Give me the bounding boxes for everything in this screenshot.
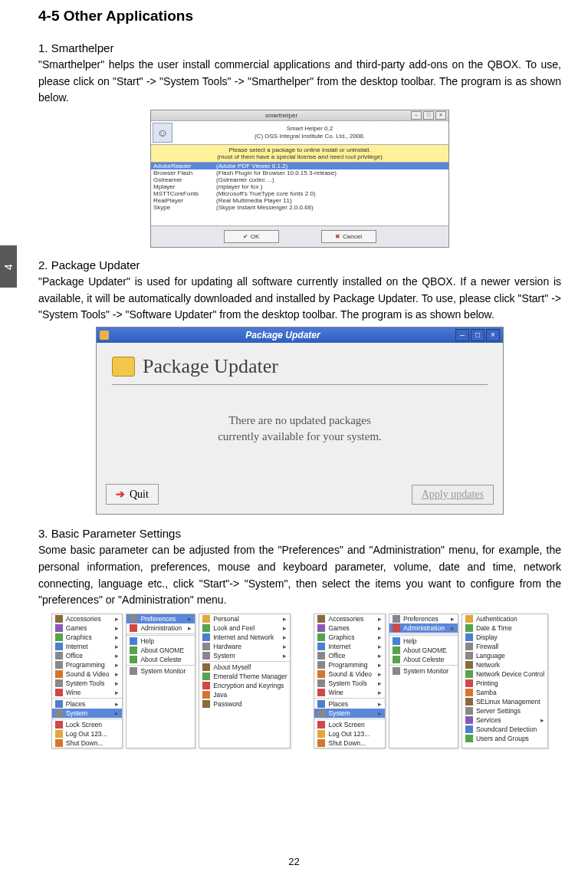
menu-item[interactable]: System Tools▸ [52, 679, 123, 688]
menu-item[interactable]: System Tools▸ [314, 679, 385, 688]
menu-item[interactable]: Samba [462, 688, 547, 697]
package-row[interactable]: Skype(Skype Instant Messenger 2.0.0.68) [151, 204, 448, 211]
package-updater-window-title: Package Updater [112, 330, 454, 340]
smarthelper-hint-bar: Please select a package to online instal… [151, 145, 448, 163]
menu-item[interactable]: Authentication [462, 614, 547, 623]
administration-menu-path: Accessories▸Games▸Graphics▸Internet▸Offi… [314, 613, 548, 748]
menu-item[interactable]: Emerald Theme Manager [199, 672, 290, 681]
package-row[interactable]: AdobeReader(Adobe PDF Viewer 8.1.2) [151, 163, 448, 169]
subsection-3-title: 3. Basic Parameter Settings [38, 527, 561, 540]
package-row[interactable]: MSTTCoreFonts(Microsoft's TrueType core … [151, 190, 448, 197]
subsection-2-paragraph: "Package Updater" is used for updating a… [38, 274, 561, 324]
smarthelper-package-list[interactable]: AdobeReader(Adobe PDF Viewer 8.1.2)Brows… [151, 163, 448, 225]
menu-item[interactable]: Sound & Video▸ [52, 669, 123, 679]
maximize-button[interactable]: □ [471, 329, 485, 341]
menu-item[interactable]: System Monitor [126, 666, 195, 676]
menu-item[interactable]: SELinux Management [462, 697, 547, 706]
menu-item[interactable]: Graphics▸ [314, 633, 385, 642]
menu-item[interactable]: Office▸ [314, 651, 385, 660]
menu-item[interactable]: About Celeste [126, 655, 195, 664]
menu-item-system[interactable]: System▸ [52, 709, 123, 718]
smarthelper-copyright: (C) OSS Integral Institute Co. Ltd., 200… [172, 133, 447, 140]
preferences-submenu[interactable]: Personal▸Look and Feel▸Internet and Netw… [199, 613, 291, 748]
system-submenu[interactable]: Preferences▸Administration▸HelpAbout GNO… [126, 613, 195, 748]
quit-button[interactable]: ➔Quit [106, 484, 159, 505]
menu-item[interactable]: Administration▸ [126, 623, 195, 633]
menu-item[interactable]: Look and Feel▸ [199, 623, 290, 633]
menu-item[interactable]: About GNOME [389, 646, 458, 655]
menu-item[interactable]: Internet and Network▸ [199, 633, 290, 642]
menu-item[interactable]: Lock Screen [314, 720, 385, 729]
menu-item[interactable]: Administration▸ [389, 623, 458, 633]
menu-item[interactable]: Accessories▸ [314, 614, 385, 623]
menu-item[interactable]: Personal▸ [199, 614, 290, 623]
menu-item[interactable]: Lock Screen [52, 720, 123, 729]
cancel-button[interactable]: ✖Cancel [321, 230, 376, 243]
applications-menu[interactable]: Accessories▸Games▸Graphics▸Internet▸Offi… [314, 613, 386, 748]
system-submenu[interactable]: Preferences▸Administration▸HelpAbout GNO… [389, 613, 458, 748]
menu-item[interactable]: System Monitor [389, 666, 458, 676]
menu-item-places[interactable]: Places▸ [314, 699, 385, 709]
menu-item[interactable]: Sound & Video▸ [314, 669, 385, 679]
subsection-3-paragraph: Some basic parameter can be adjusted fro… [38, 542, 561, 609]
menu-item-system[interactable]: System▸ [314, 709, 385, 718]
ok-button[interactable]: ✔OK [224, 230, 279, 243]
applications-menu[interactable]: Accessories▸Games▸Graphics▸Internet▸Offi… [51, 613, 123, 748]
menu-item[interactable]: Help [389, 637, 458, 646]
menu-item-places[interactable]: Places▸ [52, 699, 123, 709]
menu-item[interactable]: Shut Down... [314, 738, 385, 748]
menu-item[interactable]: Password [199, 699, 290, 709]
menu-item[interactable]: Programming▸ [314, 660, 385, 669]
menu-item[interactable]: Server Settings [462, 706, 547, 715]
menu-item[interactable]: Services▸ [462, 715, 547, 725]
menu-item[interactable]: Network [462, 660, 547, 669]
menu-item[interactable]: Help [126, 637, 195, 646]
menu-item[interactable]: Users and Groups [462, 734, 547, 743]
apply-updates-button[interactable]: Apply updates [412, 485, 494, 505]
menu-item[interactable]: Java [199, 690, 290, 699]
menu-item[interactable]: Soundcard Detection [462, 725, 547, 734]
menu-item[interactable]: Wine▸ [52, 688, 123, 697]
package-row[interactable]: RealPlayer(Real Multimedia Player 11) [151, 197, 448, 204]
menu-item[interactable]: Firewall [462, 642, 547, 651]
menu-item[interactable]: Encryption and Keyrings [199, 681, 290, 690]
package-row[interactable]: Browser Flash(Flash Plugin for Browser 1… [151, 169, 448, 176]
package-row[interactable]: Mplayer(mplayer for fox ) [151, 183, 448, 190]
menu-item[interactable]: Preferences▸ [126, 614, 195, 623]
menu-item[interactable]: Log Out 123... [52, 729, 123, 738]
menu-item[interactable]: Graphics▸ [52, 633, 123, 642]
menu-item[interactable]: About Myself [199, 663, 290, 672]
package-row[interactable]: Gstreamer(Gstreamer codec ...) [151, 176, 448, 183]
subsection-1-title: 1. Smarthelper [38, 41, 561, 54]
menu-item[interactable]: Printing [462, 679, 547, 688]
menu-item[interactable]: Programming▸ [52, 660, 123, 669]
preferences-menu-path: Accessories▸Games▸Graphics▸Internet▸Offi… [51, 613, 291, 748]
administration-submenu[interactable]: AuthenticationDate & TimeDisplayFirewall… [462, 613, 548, 748]
menu-item[interactable]: Games▸ [52, 623, 123, 633]
menu-item[interactable]: Games▸ [314, 623, 385, 633]
menu-item[interactable]: Office▸ [52, 651, 123, 660]
section-title: 4-5 Other Applications [38, 8, 561, 25]
menu-item[interactable]: Accessories▸ [52, 614, 123, 623]
menu-item[interactable]: Shut Down... [52, 738, 123, 748]
minimize-button[interactable]: – [455, 329, 469, 341]
maximize-button[interactable]: □ [423, 111, 434, 120]
menu-item[interactable]: System▸ [199, 651, 290, 660]
close-button[interactable]: × [486, 329, 500, 341]
minimize-button[interactable]: – [411, 111, 422, 120]
menu-item[interactable]: Display [462, 633, 547, 642]
close-button[interactable]: × [435, 111, 446, 120]
no-updates-msg-2: currently available for your system. [112, 429, 488, 445]
menu-item[interactable]: Language [462, 651, 547, 660]
menu-item[interactable]: About GNOME [126, 646, 195, 655]
menu-item[interactable]: Wine▸ [314, 688, 385, 697]
menu-item[interactable]: Log Out 123... [314, 729, 385, 738]
menu-item[interactable]: Network Device Control [462, 669, 547, 679]
menu-item[interactable]: Internet▸ [314, 642, 385, 651]
menu-item[interactable]: About Celeste [389, 655, 458, 664]
menu-item[interactable]: Hardware▸ [199, 642, 290, 651]
menu-item[interactable]: Preferences▸ [389, 614, 458, 623]
menu-item[interactable]: Date & Time [462, 623, 547, 633]
package-updater-heading: Package Updater [143, 355, 278, 378]
menu-item[interactable]: Internet▸ [52, 642, 123, 651]
